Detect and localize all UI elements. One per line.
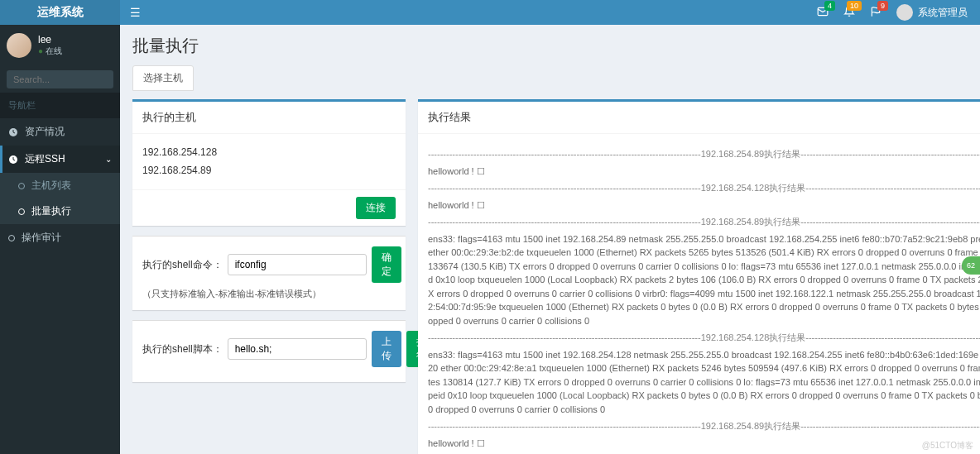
floating-badge[interactable]: 62 bbox=[962, 256, 980, 275]
circle-icon bbox=[18, 183, 25, 189]
result-text: helloworld ! ☐ bbox=[428, 198, 980, 213]
nav-header: 导航栏 bbox=[0, 93, 120, 118]
result-panel: 执行结果 -----------------------------------… bbox=[418, 99, 980, 454]
topbar: 运维系统 ☰ 4 10 9 系统管理员 bbox=[0, 0, 980, 25]
result-body[interactable]: ----------------------------------------… bbox=[418, 134, 980, 454]
flag-badge: 9 bbox=[877, 1, 888, 11]
result-text: helloworld ! ☐ bbox=[428, 165, 980, 179]
tab-select-host[interactable]: 选择主机 bbox=[132, 65, 194, 91]
circle-icon bbox=[8, 235, 15, 241]
sidebar-item-assets[interactable]: 资产情况 bbox=[0, 118, 120, 146]
sidebar-username: lee bbox=[38, 34, 62, 45]
host-item: 192.168.254.128 bbox=[142, 144, 396, 162]
brand-logo[interactable]: 运维系统 bbox=[0, 0, 120, 25]
avatar bbox=[7, 33, 31, 58]
host-list: 192.168.254.128 192.168.254.89 bbox=[132, 134, 406, 189]
sidebar-item-label: 操作审计 bbox=[22, 231, 61, 245]
search-input[interactable] bbox=[7, 70, 134, 88]
tabs: 选择主机 bbox=[132, 65, 968, 91]
page-title: 批量执行 bbox=[132, 35, 968, 57]
chevron-down-icon: ⌄ bbox=[105, 155, 112, 164]
host-item: 192.168.254.89 bbox=[142, 162, 396, 180]
script-panel: 执行的shell脚本： 上传 执行 bbox=[132, 320, 406, 382]
sidebar-item-label: 主机列表 bbox=[31, 179, 71, 193]
watermark: @51CTO博客 bbox=[922, 440, 973, 452]
sidebar-sub-batch[interactable]: 批量执行 bbox=[0, 198, 120, 224]
result-text: ens33: flags=4163 mtu 1500 inet 192.168.… bbox=[428, 232, 980, 328]
mail-badge: 4 bbox=[824, 1, 835, 11]
main-content: 批量执行 选择主机 执行的主机 192.168.254.128 192.168.… bbox=[120, 25, 980, 454]
avatar-icon bbox=[896, 4, 913, 21]
bell-icon[interactable]: 10 bbox=[843, 6, 855, 20]
bell-badge: 10 bbox=[847, 1, 862, 11]
cmd-note: （只支持标准输入-标准输出-标准错误模式） bbox=[142, 288, 396, 300]
connect-button[interactable]: 连接 bbox=[356, 197, 396, 219]
user-panel: lee 在线 bbox=[0, 25, 120, 66]
menu-toggle-icon[interactable]: ☰ bbox=[120, 6, 151, 19]
flag-icon[interactable]: 9 bbox=[870, 6, 882, 20]
confirm-button[interactable]: 确定 bbox=[372, 246, 401, 283]
sidebar-item-label: 批量执行 bbox=[31, 204, 71, 218]
cmd-panel: 执行的shell命令： 确定 （只支持标准输入-标准输出-标准错误模式） bbox=[132, 236, 406, 310]
sidebar-item-audit[interactable]: 操作审计 bbox=[0, 224, 120, 251]
cmd-input[interactable] bbox=[228, 254, 367, 275]
result-divider: ----------------------------------------… bbox=[428, 215, 980, 229]
sidebar-item-ssh[interactable]: 远程SSH ⌄ bbox=[0, 146, 120, 173]
online-status: 在线 bbox=[38, 45, 62, 57]
result-divider: ----------------------------------------… bbox=[428, 181, 980, 195]
sidebar: lee 在线 导航栏 资产情况 远程SSH ⌄ 主机列表 bbox=[0, 25, 120, 454]
mail-icon[interactable]: 4 bbox=[817, 6, 829, 20]
cmd-label: 执行的shell命令： bbox=[142, 258, 223, 272]
hosts-panel-title: 执行的主机 bbox=[132, 102, 406, 134]
hosts-panel: 执行的主机 192.168.254.128 192.168.254.89 连接 bbox=[132, 99, 406, 226]
username-label: 系统管理员 bbox=[918, 6, 968, 20]
sidebar-item-label: 远程SSH bbox=[25, 152, 65, 166]
script-input[interactable] bbox=[228, 338, 367, 360]
result-text: helloworld ! ☐ bbox=[428, 437, 980, 451]
result-divider: ----------------------------------------… bbox=[428, 147, 980, 161]
script-label: 执行的shell脚本： bbox=[142, 342, 223, 356]
sidebar-item-label: 资产情况 bbox=[25, 125, 65, 139]
result-divider: ----------------------------------------… bbox=[428, 331, 980, 345]
result-divider: ----------------------------------------… bbox=[428, 419, 980, 433]
upload-button[interactable]: 上传 bbox=[372, 331, 401, 367]
circle-icon bbox=[18, 208, 25, 215]
result-text: ens33: flags=4163 mtu 1500 inet 192.168.… bbox=[428, 348, 980, 417]
sidebar-sub-hosts[interactable]: 主机列表 bbox=[0, 173, 120, 198]
user-menu[interactable]: 系统管理员 bbox=[896, 4, 968, 21]
result-panel-title: 执行结果 bbox=[418, 102, 980, 134]
